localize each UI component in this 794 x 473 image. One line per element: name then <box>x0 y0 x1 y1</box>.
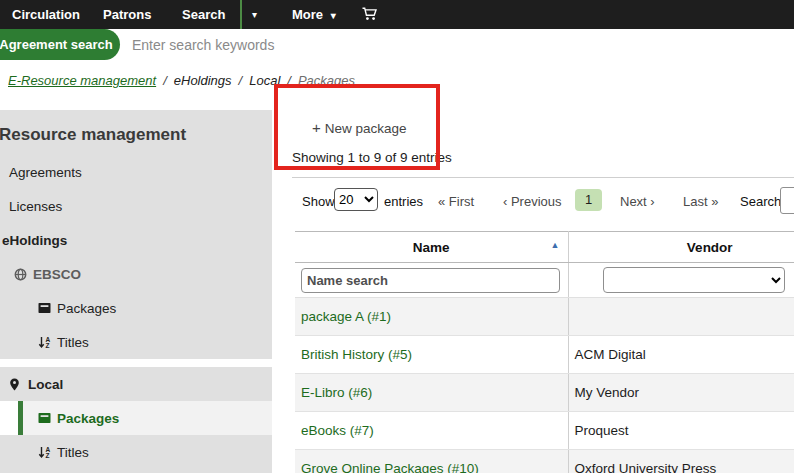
chevron-down-icon: ▾ <box>331 10 336 21</box>
archive-icon <box>38 302 52 314</box>
sidebar-item-titles[interactable]: AZ Titles <box>0 325 272 359</box>
vendor-cell: Oxford University Press <box>568 450 794 473</box>
table-row: package A (#1) <box>295 298 794 336</box>
pin-icon <box>9 378 23 391</box>
sidebar-item-eholdings[interactable]: eHoldings <box>0 223 272 257</box>
table-row: Grove Online Packages (#10) Oxford Unive… <box>295 450 794 473</box>
koha-erm-screen: Circulation Patrons Search ▾ More ▾ Agre… <box>0 0 794 473</box>
name-filter-input[interactable] <box>301 268 560 293</box>
pagination-next[interactable]: Next › <box>620 192 655 212</box>
nav-item-circulation[interactable]: Circulation <box>12 0 80 29</box>
sidebar: E-Resource management Agreements License… <box>0 110 272 473</box>
package-link[interactable]: Grove Online Packages (#10) <box>301 461 479 473</box>
vendor-cell: My Vendor <box>568 374 794 412</box>
nav-divider <box>240 0 242 29</box>
cart-icon[interactable] <box>362 7 378 24</box>
sidebar-item-licenses[interactable]: Licenses <box>0 189 272 223</box>
package-link[interactable]: E-Libro (#6) <box>301 385 372 400</box>
package-link[interactable]: British History (#5) <box>301 347 412 362</box>
sort-ascending-icon: ▲ <box>551 240 560 250</box>
keyword-search-input[interactable] <box>130 31 534 59</box>
table-search-input[interactable] <box>780 187 794 214</box>
plus-icon: + <box>312 119 321 136</box>
agreement-search-tab[interactable]: Agreement search <box>0 29 120 60</box>
pagination-first[interactable]: « First <box>438 192 474 212</box>
nav-item-search[interactable]: Search <box>182 0 225 29</box>
divider-line <box>292 177 794 178</box>
archive-icon <box>38 412 52 424</box>
page-size-select[interactable]: 20 <box>334 188 378 211</box>
globe-icon <box>14 268 28 281</box>
sidebar-filler <box>0 469 272 473</box>
nav-item-more[interactable]: More ▾ <box>292 0 336 29</box>
svg-text:Z: Z <box>46 342 50 349</box>
table-row: E-Libro (#6) My Vendor <box>295 374 794 412</box>
packages-table: Name ▲ Vendor package <box>295 231 794 473</box>
breadcrumb-item-eholdings[interactable]: eHoldings <box>174 73 232 88</box>
package-link[interactable]: eBooks (#7) <box>301 423 374 438</box>
new-package-button[interactable]: +New package <box>312 119 407 136</box>
vendor-cell: Proquest <box>568 412 794 450</box>
vendor-cell: ACM Digital <box>568 336 794 374</box>
sort-alpha-icon: AZ <box>38 336 52 349</box>
pagination-last[interactable]: Last » <box>683 192 718 212</box>
breadcrumb-separator: / <box>287 73 291 88</box>
sidebar-item-packages[interactable]: Packages <box>0 291 272 325</box>
breadcrumb-item-local[interactable]: Local <box>249 73 280 88</box>
pagination-page-1[interactable]: 1 <box>575 189 602 211</box>
breadcrumb-separator: / <box>239 73 243 88</box>
column-header-name[interactable]: Name ▲ <box>295 232 568 263</box>
sidebar-heading: E-Resource management <box>0 110 272 155</box>
breadcrumb: E-Resource management/eHoldings/Local/Pa… <box>0 60 794 100</box>
package-link[interactable]: package A (#1) <box>301 309 391 324</box>
breadcrumb-separator: / <box>163 73 167 88</box>
sidebar-item-local[interactable]: Local <box>0 367 272 401</box>
sidebar-item-titles[interactable]: AZ Titles <box>0 435 272 469</box>
breadcrumb-item-e-resource-management[interactable]: E-Resource management <box>8 73 156 88</box>
top-navbar: Circulation Patrons Search ▾ More ▾ <box>0 0 794 29</box>
vendor-cell <box>568 298 794 336</box>
vendor-filter-select[interactable] <box>603 267 785 293</box>
sort-alpha-icon: AZ <box>38 446 52 459</box>
main-content: +New package Showing 1 to 9 of 9 entries… <box>272 110 794 473</box>
table-row: eBooks (#7) Proquest <box>295 412 794 450</box>
nav-item-patrons[interactable]: Patrons <box>103 0 151 29</box>
table-row: British History (#5) ACM Digital <box>295 336 794 374</box>
column-header-vendor[interactable]: Vendor <box>568 232 794 263</box>
search-bar: Agreement search <box>0 29 794 60</box>
sidebar-item-ebsco[interactable]: EBSCO <box>0 257 272 291</box>
show-label: Show <box>302 192 335 212</box>
sidebar-item-agreements[interactable]: Agreements <box>0 155 272 189</box>
sidebar-menu: Agreements Licenses eHoldings EBSCO Pack… <box>0 155 272 469</box>
packages-table-body: package A (#1) British History (#5) ACM … <box>295 298 794 473</box>
pagination-previous[interactable]: ‹ Previous <box>503 192 562 212</box>
svg-text:Z: Z <box>46 452 50 459</box>
showing-entries-text: Showing 1 to 9 of 9 entries <box>292 150 452 165</box>
breadcrumb-item-packages: Packages <box>298 73 355 88</box>
entries-label: entries <box>384 192 423 212</box>
sidebar-item-packages-active[interactable]: Packages <box>18 401 272 435</box>
table-search-label: Search: <box>740 192 785 212</box>
chevron-down-icon[interactable]: ▾ <box>252 0 257 29</box>
